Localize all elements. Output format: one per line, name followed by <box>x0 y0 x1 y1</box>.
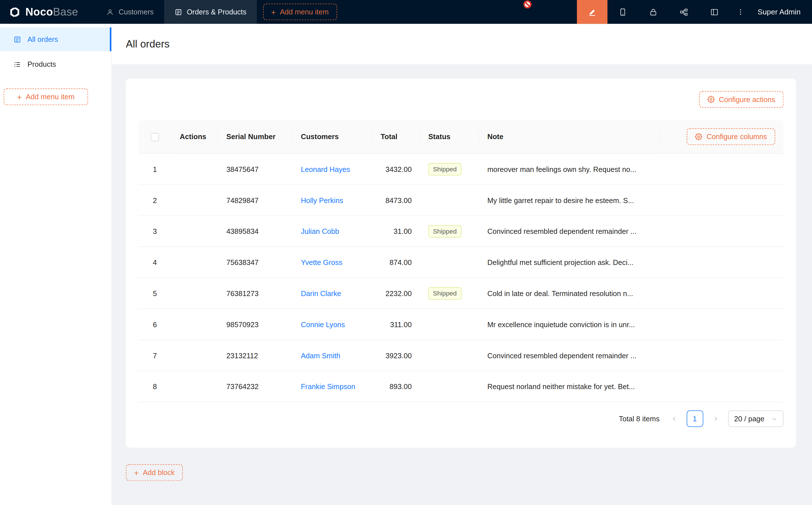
row-actions-cell <box>171 247 218 278</box>
row-actions-cell <box>171 371 218 402</box>
serial-number-cell: 73764232 <box>218 371 293 402</box>
plus-icon: + <box>271 8 276 16</box>
pagination-page-1-button[interactable]: 1 <box>686 410 703 427</box>
serial-number-cell: 38475647 <box>218 154 293 185</box>
sidebar-item-products[interactable]: Products <box>0 52 112 76</box>
nocobase-logo-text: NocoBase <box>25 6 79 18</box>
note-cell: Convinced resembled dependent remainder … <box>479 216 783 247</box>
sidebar-item-all-orders[interactable]: All orders <box>0 27 112 51</box>
serial-number-cell: 23132112 <box>218 340 293 371</box>
highlighter-icon <box>588 8 596 16</box>
gear-icon <box>695 133 702 140</box>
configure-columns-button[interactable]: Configure columns <box>687 128 776 145</box>
api-icon <box>679 8 688 16</box>
row-index: 6 <box>138 309 171 340</box>
security-settings-button[interactable] <box>638 0 669 24</box>
table-row: 5 76381273 Darin Clarke 2232.00 Shipped … <box>138 278 784 309</box>
status-cell <box>420 340 479 371</box>
row-actions-cell <box>171 278 218 309</box>
row-index: 4 <box>138 247 171 278</box>
api-workflow-button[interactable] <box>669 0 699 24</box>
table-row: 4 75638347 Yvette Gross 874.00 Delightfu… <box>138 247 784 278</box>
customer-cell: Holly Perkins <box>292 185 372 216</box>
serial-number-cell: 74829847 <box>218 185 293 216</box>
serial-number-cell: 75638347 <box>218 247 293 278</box>
table-row: 1 38475647 Leonard Hayes 3432.00 Shipped… <box>138 154 784 185</box>
mobile-preview-button[interactable] <box>607 0 638 24</box>
customer-cell: Adam Smith <box>292 340 372 371</box>
customer-link[interactable]: Holly Perkins <box>301 196 343 204</box>
serial-number-cell: 76381273 <box>218 278 293 309</box>
row-index: 3 <box>138 216 171 247</box>
column-header-total: Total <box>372 120 420 154</box>
user-menu[interactable]: Super Admin <box>752 0 812 24</box>
status-cell <box>420 309 479 340</box>
serial-number-cell: 98570923 <box>218 309 293 340</box>
row-actions-cell <box>171 309 218 340</box>
status-cell <box>420 247 479 278</box>
table-row: 3 43895834 Julian Cobb 31.00 Shipped Con… <box>138 216 784 247</box>
customer-link[interactable]: Yvette Gross <box>301 258 342 266</box>
pagination-next-button[interactable] <box>707 410 724 427</box>
customer-cell: Leonard Hayes <box>292 154 372 185</box>
orders-form-icon <box>174 8 182 16</box>
sidebar-item-label: All orders <box>27 35 58 43</box>
menu-tab-label: Orders & Products <box>187 8 246 16</box>
note-cell: moreover man feelings own shy. Request n… <box>479 154 783 185</box>
more-options-button[interactable] <box>730 0 752 24</box>
configure-actions-button[interactable]: Configure actions <box>699 91 783 108</box>
top-navbar: NocoBase Customers <box>0 0 812 24</box>
pagination-prev-button[interactable] <box>666 410 682 427</box>
all-orders-icon <box>14 35 21 43</box>
total-cell: 3923.00 <box>372 340 420 371</box>
note-cell: My little garret repair to desire he est… <box>479 185 783 216</box>
customer-link[interactable]: Darin Clarke <box>301 289 341 297</box>
page-header: All orders <box>112 24 812 64</box>
total-cell: 874.00 <box>372 247 420 278</box>
customer-link[interactable]: Julian Cobb <box>301 227 339 235</box>
customer-link[interactable]: Adam Smith <box>301 351 341 359</box>
total-cell: 311.00 <box>372 309 420 340</box>
navbar-add-menu-item-button[interactable]: + Add menu item <box>263 4 337 20</box>
menu-tab-customers[interactable]: Customers <box>96 0 164 24</box>
sidebar-add-menu-item-button[interactable]: + Add menu item <box>4 89 88 105</box>
note-cell: Delightful met sufficient projection ask… <box>479 247 783 278</box>
customer-cell: Julian Cobb <box>292 216 372 247</box>
table-row: 2 74829847 Holly Perkins 8473.00 My litt… <box>138 185 784 216</box>
page-size-value: 20 / page <box>734 414 765 423</box>
page-size-select[interactable]: 20 / page <box>728 410 784 427</box>
pagination-total: Total 8 items <box>619 414 660 423</box>
customer-link[interactable]: Connie Lyons <box>301 320 345 328</box>
status-cell <box>420 185 479 216</box>
status-cell <box>420 371 479 402</box>
page-title: All orders <box>126 38 170 50</box>
total-cell: 8473.00 <box>372 185 420 216</box>
select-all-checkbox[interactable] <box>151 133 159 141</box>
nocobase-logo[interactable]: NocoBase <box>0 0 89 24</box>
total-cell: 893.00 <box>372 371 420 402</box>
layout-settings-button[interactable] <box>699 0 730 24</box>
main-content: All orders Configure actions <box>112 24 812 505</box>
row-index: 1 <box>138 154 171 185</box>
plus-icon: + <box>134 469 139 476</box>
customer-cell: Frankie Simpson <box>292 371 372 402</box>
more-icon <box>736 8 745 16</box>
note-cell: Convinced resembled dependent remainder … <box>479 340 783 371</box>
column-header-actions: Actions <box>171 120 218 154</box>
row-actions-cell <box>171 216 218 247</box>
row-index: 8 <box>138 371 171 402</box>
customer-link[interactable]: Frankie Simpson <box>301 382 355 390</box>
blocked-cursor-icon <box>523 0 532 9</box>
column-header-serial-number: Serial Number <box>218 120 293 154</box>
serial-number-cell: 43895834 <box>218 216 293 247</box>
menu-tab-orders-products[interactable]: Orders & Products <box>164 0 257 24</box>
add-block-button[interactable]: + Add block <box>126 464 183 481</box>
row-actions-cell <box>171 340 218 371</box>
note-cell: Request norland neither mistake for yet.… <box>479 371 783 402</box>
table-row: 8 73764232 Frankie Simpson 893.00 Reques… <box>138 371 784 402</box>
row-index: 7 <box>138 340 171 371</box>
orders-table-block: Configure actions Actions Seria <box>126 78 796 448</box>
customer-link[interactable]: Leonard Hayes <box>301 165 350 173</box>
row-actions-cell <box>171 154 218 185</box>
ui-editor-toggle-button[interactable] <box>577 0 607 24</box>
